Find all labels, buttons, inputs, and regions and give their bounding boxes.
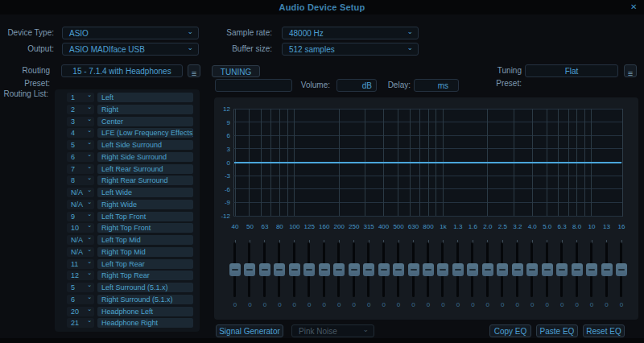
- channel-name-field[interactable]: Center: [97, 117, 193, 126]
- eq-slider-handle[interactable]: [229, 263, 241, 276]
- eq-band-slider[interactable]: [361, 242, 376, 297]
- channel-select[interactable]: N/A⌄: [67, 235, 94, 245]
- eq-band-slider[interactable]: [317, 242, 332, 297]
- channel-name-field[interactable]: Right: [97, 105, 193, 114]
- channel-select[interactable]: 1⌄: [67, 93, 94, 102]
- signal-type-select[interactable]: Pink Noise ⌄: [291, 324, 374, 337]
- eq-slider-handle[interactable]: [333, 263, 345, 276]
- channel-name-field[interactable]: Right Side Surround: [97, 152, 193, 162]
- eq-band-slider[interactable]: [302, 242, 316, 297]
- channel-select[interactable]: 9⌄: [67, 212, 94, 221]
- eq-band-slider[interactable]: [407, 242, 421, 297]
- buffer-size-select[interactable]: 512 samples ⌄: [282, 43, 419, 56]
- eq-band-slider[interactable]: [332, 242, 346, 297]
- sample-rate-select[interactable]: 48000 Hz ⌄: [282, 27, 419, 39]
- eq-slider-handle[interactable]: [467, 263, 478, 276]
- eq-band-slider[interactable]: [570, 242, 584, 297]
- eq-band-slider[interactable]: [228, 242, 242, 297]
- channel-name-field[interactable]: Headphone Left: [97, 307, 193, 316]
- eq-band-slider[interactable]: [451, 242, 465, 297]
- channel-select[interactable]: N/A⌄: [67, 247, 94, 257]
- eq-slider-handle[interactable]: [363, 263, 374, 276]
- channel-name-field[interactable]: LFE (Low Frequency Effects): [97, 128, 193, 138]
- device-type-select[interactable]: ASIO ⌄: [62, 27, 199, 39]
- channel-name-field[interactable]: Left Side Surround: [97, 140, 193, 150]
- channel-select[interactable]: 21⌄: [67, 318, 94, 328]
- channel-name-field[interactable]: Left: [97, 93, 193, 102]
- channel-select[interactable]: 10⌄: [67, 223, 94, 233]
- channel-name-field[interactable]: Left Surround (5.1.x): [97, 283, 193, 292]
- eq-slider-handle[interactable]: [497, 263, 508, 276]
- channel-name-field[interactable]: Right Surround (5.1.x): [97, 295, 193, 304]
- channel-select[interactable]: 11⌄: [67, 259, 94, 269]
- eq-band-slider[interactable]: [540, 242, 555, 297]
- tuning-toggle-button[interactable]: TUNING OFF: [212, 65, 260, 77]
- output-select[interactable]: ASIO MADIface USB ⌄: [62, 43, 199, 56]
- eq-band-slider[interactable]: [287, 242, 302, 297]
- tuning-name-field[interactable]: [215, 79, 292, 92]
- routing-preset-menu-button[interactable]: ≡: [188, 64, 200, 77]
- eq-band-slider[interactable]: [495, 242, 510, 297]
- eq-slider-handle[interactable]: [408, 263, 419, 276]
- eq-slider-handle[interactable]: [303, 263, 315, 276]
- eq-slider-handle[interactable]: [556, 263, 568, 276]
- eq-band-slider[interactable]: [258, 242, 272, 297]
- reset-eq-button[interactable]: Reset EQ: [583, 324, 625, 337]
- signal-generator-button[interactable]: Signal Generator: [216, 324, 283, 337]
- eq-band-slider[interactable]: [481, 242, 495, 297]
- channel-select[interactable]: 7⌄: [67, 164, 94, 174]
- eq-slider-handle[interactable]: [423, 263, 434, 276]
- channel-select[interactable]: 2⌄: [67, 105, 94, 114]
- close-icon[interactable]: ✕: [630, 2, 637, 11]
- channel-select[interactable]: 20⌄: [67, 307, 94, 316]
- eq-band-slider[interactable]: [525, 242, 539, 297]
- eq-band-slider[interactable]: [347, 242, 361, 297]
- channel-name-field[interactable]: Left Top Front: [97, 212, 193, 221]
- eq-slider-handle[interactable]: [259, 263, 270, 276]
- eq-slider-handle[interactable]: [601, 263, 613, 276]
- channel-select[interactable]: 8⌄: [67, 176, 94, 185]
- eq-slider-handle[interactable]: [244, 263, 255, 276]
- eq-band-slider[interactable]: [584, 242, 599, 297]
- eq-band-slider[interactable]: [242, 242, 257, 297]
- routing-preset-field[interactable]: 15 - 7.1.4 with Headphones: [61, 64, 183, 77]
- eq-band-slider[interactable]: [600, 242, 614, 297]
- channel-select[interactable]: N/A⌄: [67, 200, 94, 209]
- eq-band-slider[interactable]: [272, 242, 287, 297]
- eq-band-slider[interactable]: [555, 242, 569, 297]
- delay-field[interactable]: ms: [414, 79, 459, 92]
- channel-name-field[interactable]: Right Top Front: [97, 223, 193, 233]
- eq-slider-handle[interactable]: [616, 263, 627, 276]
- eq-slider-handle[interactable]: [542, 263, 553, 276]
- eq-slider-handle[interactable]: [586, 263, 597, 276]
- paste-eq-button[interactable]: Paste EQ: [536, 324, 578, 337]
- eq-slider-handle[interactable]: [319, 263, 330, 276]
- eq-band-slider[interactable]: [510, 242, 525, 297]
- channel-name-field[interactable]: Left Wide: [97, 188, 193, 197]
- eq-slider-handle[interactable]: [378, 263, 390, 276]
- channel-select[interactable]: 12⌄: [67, 271, 94, 280]
- channel-select[interactable]: 3⌄: [67, 117, 94, 126]
- eq-band-slider[interactable]: [614, 242, 629, 297]
- eq-slider-handle[interactable]: [437, 263, 448, 276]
- eq-band-slider[interactable]: [436, 242, 450, 297]
- channel-name-field[interactable]: Left Rear Surround: [97, 164, 193, 174]
- channel-name-field[interactable]: Right Top Mid: [97, 247, 193, 257]
- channel-select[interactable]: 5⌄: [67, 140, 94, 150]
- channel-name-field[interactable]: Right Wide: [97, 200, 193, 209]
- eq-slider-handle[interactable]: [289, 263, 300, 276]
- channel-name-field[interactable]: Right Top Rear: [97, 271, 193, 280]
- eq-band-slider[interactable]: [421, 242, 436, 297]
- tuning-preset-menu-button[interactable]: ≡: [624, 64, 637, 77]
- channel-select[interactable]: 6⌄: [67, 295, 94, 304]
- eq-slider-handle[interactable]: [349, 263, 360, 276]
- eq-band-slider[interactable]: [391, 242, 406, 297]
- eq-slider-handle[interactable]: [526, 263, 538, 276]
- channel-select[interactable]: 6⌄: [67, 152, 94, 162]
- eq-slider-handle[interactable]: [482, 263, 493, 276]
- eq-band-slider[interactable]: [377, 242, 391, 297]
- channel-name-field[interactable]: Right Rear Surround: [97, 176, 193, 185]
- channel-select[interactable]: 4⌄: [67, 128, 94, 138]
- tuning-preset-field[interactable]: Flat: [525, 64, 618, 77]
- eq-slider-handle[interactable]: [512, 263, 523, 276]
